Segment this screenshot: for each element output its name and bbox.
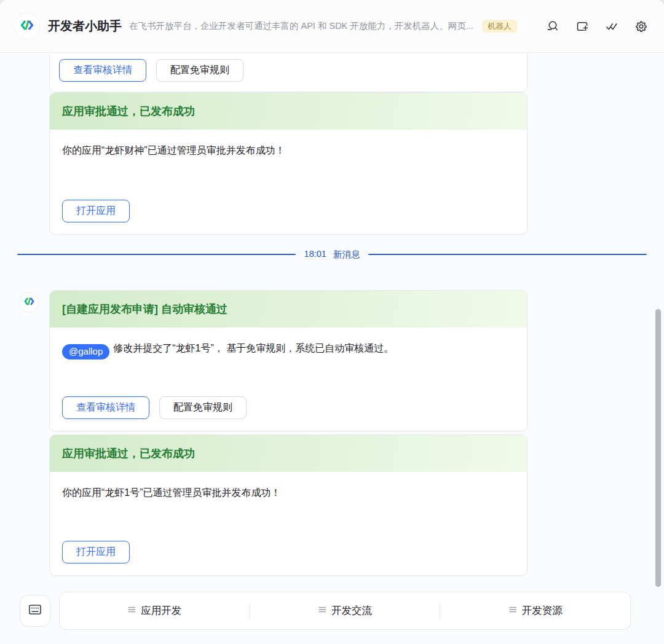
configure-exempt-rules-button[interactable]: 配置免审规则 (156, 59, 243, 82)
card-body: 你的应用“龙虾1号”已通过管理员审批并发布成功！ 打开应用 (50, 472, 527, 575)
card-title: 应用审批通过，已发布成功 (50, 93, 527, 130)
card-body: 你的应用“龙虾财神”已通过管理员审批并发布成功！ 打开应用 (50, 130, 527, 234)
message-card-approved-1: 应用审批通过，已发布成功 你的应用“龙虾财神”已通过管理员审批并发布成功！ 打开… (49, 92, 528, 235)
view-review-details-button[interactable]: 查看审核详情 (59, 59, 146, 82)
bot-message-avatar[interactable] (20, 293, 38, 312)
configure-exempt-rules-button[interactable]: 配置免审规则 (159, 396, 247, 419)
menu-lines-icon (127, 605, 136, 616)
card-text: 你的应用“龙虾1号”已通过管理员审批并发布成功！ (62, 485, 515, 500)
gear-icon[interactable] (634, 20, 648, 33)
chat-title: 开发者小助手 (48, 18, 122, 34)
code-brackets-icon (23, 296, 35, 310)
chat-description: 在飞书开放平台，企业开发者可通过丰富的 API 和 SDK 开放能力，开发机器人… (129, 20, 473, 32)
mention-chip[interactable]: @gallop (62, 344, 109, 359)
message-card-approved-2: 应用审批通过，已发布成功 你的应用“龙虾1号”已通过管理员审批并发布成功！ 打开… (49, 434, 528, 576)
divider-time: 18:01 (304, 249, 326, 261)
chat-header: 开发者小助手 在飞书开放平台，企业开发者可通过丰富的 API 和 SDK 开放能… (0, 0, 664, 53)
bot-avatar (15, 14, 39, 39)
message-card-partial: 查看审核详情 配置免审规则 (49, 53, 528, 92)
bot-menu-bar: 应用开发 开发交流 (59, 592, 631, 630)
open-app-button[interactable]: 打开应用 (62, 200, 130, 222)
menu-item-dev-exchange[interactable]: 开发交流 (250, 592, 440, 629)
card-text: 你的应用“龙虾财神”已通过管理员审批并发布成功！ (62, 143, 515, 158)
card-text: 修改并提交了“龙虾1号”， 基于免审规则，系统已自动审核通过。 (113, 343, 393, 353)
menu-lines-icon (508, 605, 517, 616)
code-brackets-icon (20, 18, 34, 35)
card-title: 应用审批通过，已发布成功 (50, 435, 527, 472)
open-app-button[interactable]: 打开应用 (62, 541, 130, 564)
menu-item-label: 应用开发 (141, 604, 181, 618)
menu-item-label: 开发交流 (331, 604, 372, 618)
menu-lines-icon (318, 605, 326, 616)
menu-item-dev-resources[interactable]: 开发资源 (440, 592, 630, 629)
divider-line-left (17, 254, 296, 255)
message-card-request: [自建应用发布申请] 自动审核通过 @gallop修改并提交了“龙虾1号”， 基… (49, 290, 528, 431)
divider-label: 新消息 (333, 249, 360, 261)
bot-badge: 机器人 (482, 20, 517, 33)
menu-item-label: 开发资源 (522, 604, 563, 618)
search-icon[interactable] (546, 20, 559, 33)
message-list: 查看审核详情 配置免审规则 应用审批通过，已发布成功 你的应用“龙虾财神”已通过… (0, 53, 664, 630)
new-message-divider: 18:01 新消息 (17, 248, 647, 261)
message-row: [自建应用发布申请] 自动审核通过 @gallop修改并提交了“龙虾1号”， 基… (0, 290, 664, 576)
view-review-details-button[interactable]: 查看审核详情 (62, 396, 149, 419)
scrollbar-thumb[interactable] (655, 309, 661, 587)
card-text-line: @gallop修改并提交了“龙虾1号”， 基于免审规则，系统已自动审核通过。 (62, 341, 515, 359)
keyboard-toggle-button[interactable] (20, 595, 50, 627)
divider-line-right (368, 254, 647, 255)
input-toolbar: 应用开发 开发交流 (0, 592, 664, 630)
double-check-icon[interactable] (605, 20, 619, 33)
card-title: [自建应用发布申请] 自动审核通过 (50, 291, 527, 328)
keyboard-icon (27, 602, 43, 620)
menu-item-app-development[interactable]: 应用开发 (60, 592, 250, 629)
card-body: @gallop修改并提交了“龙虾1号”， 基于免审规则，系统已自动审核通过。 查… (50, 328, 527, 431)
header-actions (546, 20, 648, 33)
add-window-icon[interactable] (575, 20, 589, 33)
chat-window: 开发者小助手 在飞书开放平台，企业开发者可通过丰富的 API 和 SDK 开放能… (0, 0, 664, 644)
